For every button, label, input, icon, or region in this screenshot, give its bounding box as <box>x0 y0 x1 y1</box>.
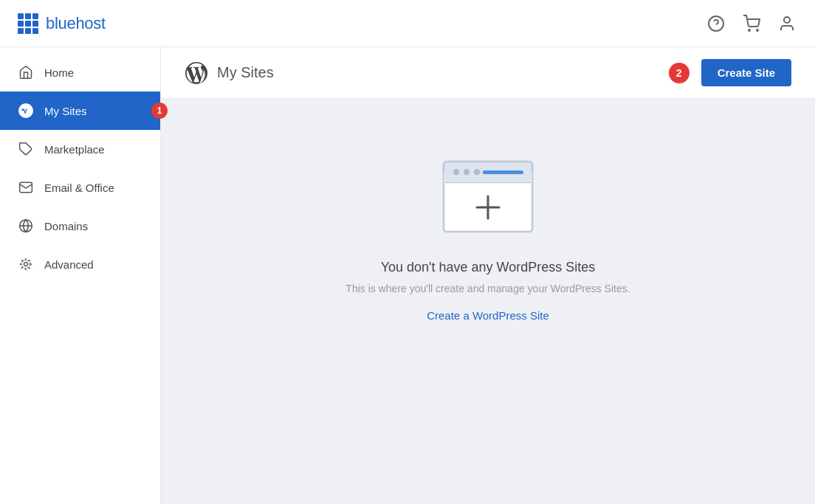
sidebar-item-marketplace-label: Marketplace <box>44 143 105 156</box>
main-layout: Home My Sites 1 Marketplace <box>0 47 815 504</box>
empty-state-subtitle: This is where you'll create and manage y… <box>345 283 630 294</box>
wordpress-icon <box>18 103 34 119</box>
top-header: bluehost <box>0 0 815 47</box>
svg-rect-15 <box>444 174 532 182</box>
help-icon[interactable] <box>706 13 726 34</box>
sidebar-item-domains-label: Domains <box>44 220 88 232</box>
step-badge: 2 <box>669 63 690 83</box>
logo-area: bluehost <box>18 13 106 34</box>
svg-point-11 <box>21 260 30 269</box>
sidebar-item-domains[interactable]: Domains <box>0 207 160 245</box>
domain-icon <box>18 218 34 234</box>
sidebar-item-marketplace[interactable]: Marketplace <box>0 130 160 168</box>
cart-icon[interactable] <box>741 13 762 34</box>
svg-point-4 <box>784 17 790 23</box>
empty-state: You don't have any WordPress Sites This … <box>161 99 815 381</box>
empty-state-title: You don't have any WordPress Sites <box>381 260 596 275</box>
svg-rect-19 <box>483 170 523 174</box>
user-icon[interactable] <box>777 13 797 34</box>
page-title: My Sites <box>217 64 274 81</box>
my-sites-badge: 1 <box>151 103 168 119</box>
sidebar-item-email-office-label: Email & Office <box>44 182 114 194</box>
page-header-actions: 2 Create Site <box>669 59 791 86</box>
sidebar-item-home[interactable]: Home <box>0 53 160 92</box>
header-icons <box>706 13 797 34</box>
svg-point-3 <box>757 30 758 31</box>
sidebar-item-email-office[interactable]: Email & Office <box>0 168 160 207</box>
browser-add-icon <box>440 158 536 239</box>
advanced-icon <box>18 256 34 272</box>
sidebar-item-my-sites[interactable]: My Sites 1 <box>0 92 160 130</box>
page-title-area: My Sites <box>185 61 274 85</box>
create-wordpress-site-link[interactable]: Create a WordPress Site <box>427 309 549 322</box>
sidebar-item-advanced[interactable]: Advanced <box>0 245 160 283</box>
svg-point-10 <box>24 263 28 266</box>
email-icon <box>18 179 34 196</box>
main-content: My Sites 2 Create Site <box>161 47 815 504</box>
page-header: My Sites 2 Create Site <box>161 47 815 99</box>
sidebar-item-advanced-label: Advanced <box>44 258 94 271</box>
svg-point-18 <box>474 169 480 175</box>
tag-icon <box>18 141 34 157</box>
svg-point-17 <box>464 169 470 175</box>
sidebar-item-my-sites-label: My Sites <box>44 105 87 117</box>
svg-point-2 <box>749 30 750 31</box>
sidebar-item-home-label: Home <box>44 66 74 79</box>
create-site-button[interactable]: Create Site <box>701 59 791 86</box>
home-icon <box>18 64 34 80</box>
sidebar: Home My Sites 1 Marketplace <box>0 47 161 504</box>
svg-point-16 <box>453 169 459 175</box>
logo-grid-icon <box>18 13 38 34</box>
logo-text: bluehost <box>46 14 106 33</box>
wp-logo-icon <box>185 61 208 85</box>
